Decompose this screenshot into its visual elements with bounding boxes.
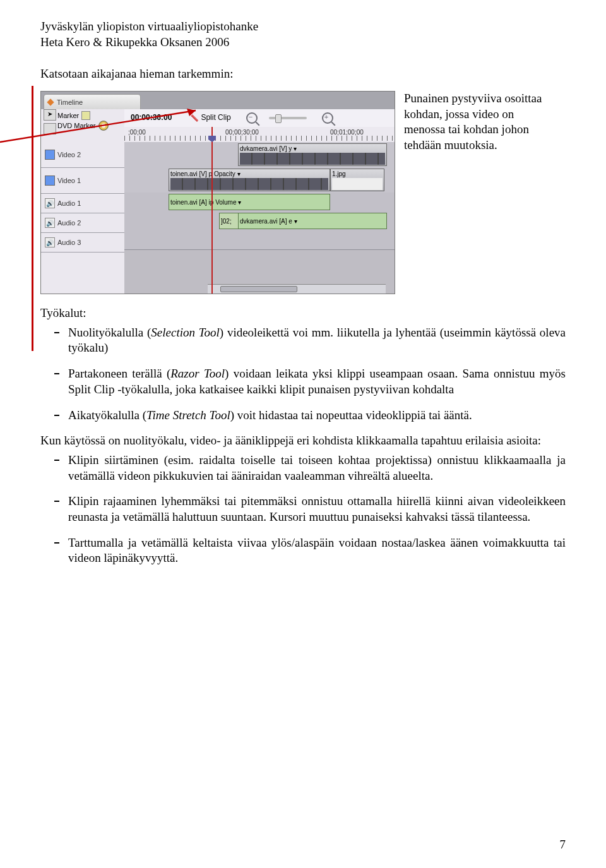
list-item: Partakoneen terällä (Razor Tool) voidaan…	[40, 366, 566, 397]
zoom-in-icon[interactable]: +	[322, 112, 333, 124]
timeline-toolbar: 00:00:36:00 Split Clip − +	[124, 109, 395, 128]
video2-clip-label: dvkamera.avi [V] y ▾	[240, 145, 385, 153]
timecode[interactable]: 00:00:36:00	[131, 113, 172, 123]
page-number: 7	[560, 837, 566, 853]
track-labels: Video 2 Video 1 🔊Audio 1 🔊Audio 2 🔊Audio…	[41, 142, 124, 294]
audio2-clip-small[interactable]: ]02;	[219, 213, 239, 229]
timeline-tab-icon	[47, 98, 54, 105]
speaker-icon: 🔊	[45, 198, 55, 208]
timeline-screenshot: Timeline ➤ Marker DVD Marker 00:00:36:00…	[40, 91, 395, 294]
video1-image-label: 1.jpg	[332, 170, 383, 178]
audio2-track[interactable]: ]02; dvkamera.avi [A] e ▾	[124, 211, 395, 231]
audio1-clip-label: toinen.avi [A] ip Volume ▾	[170, 198, 241, 206]
timeline-ruler[interactable]: ;00;00 00;00;30;00 00;01;00;00	[124, 127, 395, 143]
tool-icon[interactable]	[44, 123, 56, 134]
arrow-tool-icon[interactable]: ➤	[44, 109, 56, 121]
doc-header-line1: Jyväskylän yliopiston virtuaaliyliopisto…	[40, 19, 566, 35]
video1-label[interactable]: Video 1	[41, 168, 124, 194]
left-marker-labels: Marker DVD Marker	[57, 110, 109, 131]
audio2-clip[interactable]: dvkamera.avi [A] e ▾	[238, 213, 387, 229]
audio3-label[interactable]: 🔊Audio 3	[41, 233, 124, 253]
speaker-icon: 🔊	[45, 218, 55, 228]
intro-text: Katsotaan aikajanaa hieman tarkemmin:	[40, 66, 566, 82]
dvd-marker-label: DVD Marker	[57, 121, 96, 130]
video1-image-clip[interactable]: 1.jpg	[330, 169, 384, 191]
tools-list: Nuolityökalulla (Selection Tool) videole…	[40, 325, 566, 423]
scissors-icon	[191, 114, 198, 122]
audio1-track[interactable]: toinen.avi [A] ip Volume ▾	[124, 193, 395, 212]
audio2-label[interactable]: 🔊Audio 2	[41, 213, 124, 233]
side-tools: ➤	[44, 109, 57, 141]
video1-clip-label: toinen.avi [V] p Opacity ▾	[170, 170, 328, 178]
split-clip-label: Split Clip	[201, 113, 230, 123]
audio2-small-label: ]02;	[221, 217, 232, 225]
video1-clip[interactable]: toinen.avi [V] p Opacity ▾	[169, 169, 330, 191]
list-item: Klipin siirtäminen (esim. raidalta toise…	[40, 453, 566, 484]
audio1-label[interactable]: 🔊Audio 1	[41, 194, 124, 213]
audio1-clip[interactable]: toinen.avi [A] ip Volume ▾	[169, 194, 330, 210]
list-item: Tarttumalla ja vetämällä keltaista viiva…	[40, 535, 566, 566]
tools-heading: Työkalut:	[40, 306, 566, 321]
callout-text: Punainen pystyviiva osoittaa kohdan, jos…	[404, 91, 549, 153]
dvd-icon[interactable]	[98, 121, 109, 131]
annotation-vertical-line	[32, 86, 33, 351]
audio3-track[interactable]	[124, 230, 395, 250]
list-item: Aikatyökalulla (Time Stretch Tool) voit …	[40, 408, 566, 424]
list-item: Klipin rajaaminen lyhemmäksi tai pitemmä…	[40, 494, 566, 525]
list-item: Nuolityökalulla (Selection Tool) videole…	[40, 325, 566, 356]
actions-list: Klipin siirtäminen (esim. raidalta toise…	[40, 453, 566, 566]
marker-icon[interactable]	[81, 111, 90, 120]
playhead[interactable]	[211, 127, 213, 294]
video1-track[interactable]: toinen.avi [V] p Opacity ▾ 1.jpg	[124, 167, 395, 193]
audio2-clip-label: dvkamera.avi [A] e ▾	[240, 217, 297, 225]
horizontal-scrollbar[interactable]	[208, 284, 386, 294]
split-clip-button[interactable]: Split Clip	[191, 113, 230, 123]
timeline-tab-label: Timeline	[57, 98, 83, 107]
speaker-icon: 🔊	[45, 237, 55, 247]
timeline-tab[interactable]: Timeline	[44, 94, 141, 110]
zoom-slider[interactable]	[269, 117, 307, 119]
marker-label: Marker	[57, 111, 79, 120]
scrollbar-thumb[interactable]	[220, 286, 297, 292]
paragraph-actions-intro: Kun käytössä on nuolityökalu, video- ja …	[40, 433, 566, 449]
video2-label[interactable]: Video 2	[41, 142, 124, 168]
doc-header-line2: Heta Kero & Rikupekka Oksanen 2006	[40, 35, 566, 51]
zoom-out-icon[interactable]: −	[246, 112, 258, 124]
video2-clip[interactable]: dvkamera.avi [V] y ▾	[238, 143, 387, 166]
timeline-body[interactable]: dvkamera.avi [V] y ▾ toinen.avi [V] p Op…	[124, 142, 395, 294]
video2-track[interactable]: dvkamera.avi [V] y ▾	[124, 142, 395, 168]
